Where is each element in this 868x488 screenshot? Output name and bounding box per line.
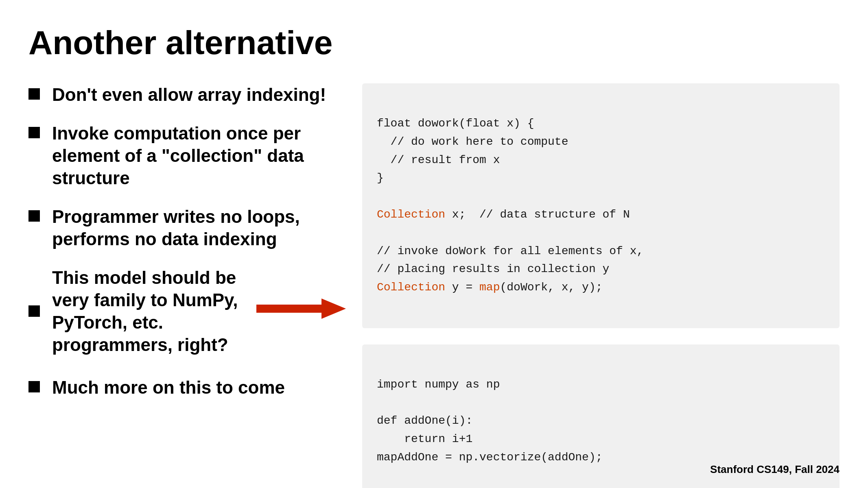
code-numpy-import: import numpy as np def addOne(i): return… bbox=[377, 378, 760, 488]
bullet-text-1: Don't even allow array indexing! bbox=[52, 83, 346, 106]
right-column: float dowork(float x) { // do work here … bbox=[362, 83, 840, 488]
bullet-text-3: Programmer writes no loops, performs no … bbox=[52, 205, 346, 250]
left-column: Don't even allow array indexing! Invoke … bbox=[28, 83, 346, 488]
svg-marker-0 bbox=[256, 298, 346, 319]
bullet-item-5: Much more on this to come bbox=[28, 376, 346, 399]
bullet-text-2: Invoke computation once per element of a… bbox=[52, 122, 346, 189]
code-line-10b: (doWork, x, y); bbox=[500, 281, 602, 294]
bullet-square-4 bbox=[28, 305, 40, 317]
code-line-10: y = bbox=[445, 281, 479, 294]
bullet-square-1 bbox=[28, 88, 40, 100]
slide-title: Another alternative bbox=[28, 24, 840, 61]
bullet-square-2 bbox=[28, 127, 40, 138]
footer: Stanford CS149, Fall 2024 bbox=[710, 463, 840, 476]
bullet-text-4: This model should be very family to NumP… bbox=[52, 266, 248, 356]
bullet-square-5 bbox=[28, 381, 40, 392]
code-map: map bbox=[479, 281, 500, 294]
bullet-square-3 bbox=[28, 210, 40, 222]
bullet-item-4: This model should be very family to NumP… bbox=[28, 266, 346, 356]
code-collection-2: Collection bbox=[377, 281, 445, 294]
bullet-text-5: Much more on this to come bbox=[52, 376, 346, 399]
code-collection-1: Collection bbox=[377, 208, 445, 221]
content-area: Don't even allow array indexing! Invoke … bbox=[28, 83, 840, 488]
bullet-item-2: Invoke computation once per element of a… bbox=[28, 122, 346, 189]
bullet-list-top: Don't even allow array indexing! Invoke … bbox=[28, 83, 346, 250]
slide: Another alternative Don't even allow arr… bbox=[0, 0, 868, 488]
bullet-item-1: Don't even allow array indexing! bbox=[28, 83, 346, 106]
bullet-item-3: Programmer writes no loops, performs no … bbox=[28, 205, 346, 250]
code-block-1: float dowork(float x) { // do work here … bbox=[362, 83, 840, 328]
code-line-1: float dowork(float x) { // do work here … bbox=[377, 117, 568, 184]
right-arrow bbox=[256, 296, 346, 326]
